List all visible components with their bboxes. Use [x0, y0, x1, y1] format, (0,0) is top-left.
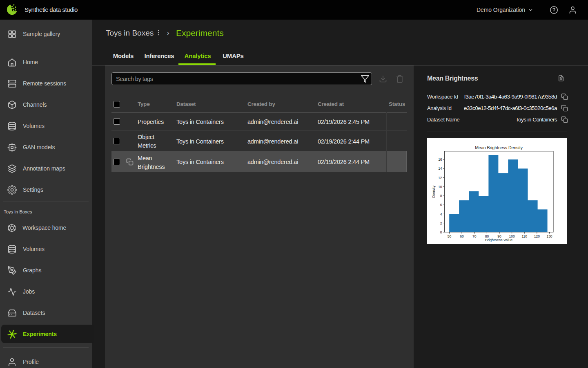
svg-text:80: 80: [485, 234, 489, 238]
svg-text:2: 2: [440, 221, 442, 225]
svg-text:60: 60: [460, 234, 464, 238]
svg-text:0: 0: [440, 230, 442, 234]
svg-text:90: 90: [497, 234, 501, 238]
svg-text:12: 12: [438, 176, 442, 180]
svg-text:Mean Brightness Density: Mean Brightness Density: [475, 145, 523, 150]
svg-text:14: 14: [438, 166, 442, 171]
svg-text:Density: Density: [432, 185, 436, 198]
svg-text:6: 6: [440, 203, 442, 207]
svg-text:4: 4: [440, 212, 442, 216]
svg-text:130: 130: [546, 234, 552, 238]
svg-text:120: 120: [534, 234, 540, 238]
svg-text:110: 110: [521, 234, 527, 238]
svg-text:8: 8: [440, 194, 442, 198]
svg-text:100: 100: [509, 234, 515, 238]
svg-text:10: 10: [438, 185, 442, 189]
svg-text:Brightness Value: Brightness Value: [485, 238, 512, 242]
svg-text:70: 70: [472, 234, 477, 238]
svg-text:16: 16: [438, 157, 442, 162]
svg-text:50: 50: [448, 234, 452, 238]
